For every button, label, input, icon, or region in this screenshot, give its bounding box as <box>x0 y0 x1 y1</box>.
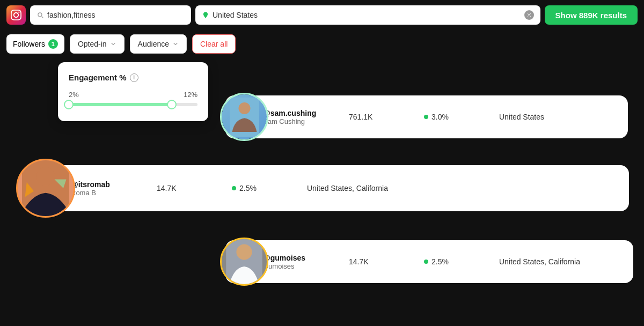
slider-thumb-right[interactable] <box>167 100 177 109</box>
handle-roma: @itsromab <box>71 180 157 189</box>
show-results-button[interactable]: Show 889K results <box>545 5 638 25</box>
top-bar: United States Show 889K results <box>0 0 644 30</box>
svg-point-4 <box>36 167 55 186</box>
engagement-dot-gumoises <box>424 260 428 264</box>
person-silhouette-roma <box>18 159 74 218</box>
location-clear-button[interactable] <box>524 10 534 20</box>
slider-thumb-left[interactable] <box>64 100 74 109</box>
search-box[interactable] <box>30 5 191 25</box>
info-icon[interactable]: i <box>130 73 138 82</box>
location-text: United States <box>213 11 521 19</box>
search-input[interactable] <box>47 11 185 19</box>
close-icon <box>526 12 532 18</box>
influencer-card-sam[interactable]: @sam.cushing Sam Cushing 761.1K 3.0% Uni… <box>225 95 628 138</box>
engagement-dot-roma <box>232 186 236 190</box>
location-box: United States <box>195 5 540 25</box>
name-gumoises: Gumoises <box>263 262 349 270</box>
svg-point-2 <box>238 102 250 114</box>
person-silhouette-gumoises <box>222 238 267 286</box>
clear-all-button[interactable]: Clear all <box>192 34 236 54</box>
engagement-title: Engagement % i <box>69 73 197 82</box>
avatar-roma <box>16 159 75 218</box>
followers-sam: 761.1K <box>349 113 424 121</box>
avatar-sam <box>220 93 268 141</box>
influencer-card-roma[interactable]: @itsromab Roma B 14.7K 2.5% United State… <box>28 165 629 211</box>
range-labels: 2% 12% <box>69 91 197 99</box>
influencer-card-gumoises[interactable]: @gumoises Gumoises 14.7K 2.5% United Sta… <box>225 240 633 283</box>
chevron-down-icon <box>110 41 116 47</box>
avatar-gumoises <box>220 238 268 286</box>
location-icon <box>202 11 209 19</box>
filter-bar: Followers 1 Engagement % i 2% 12% Opted-… <box>0 30 644 58</box>
followers-filter-button[interactable]: Followers 1 <box>6 34 64 54</box>
engagement-panel: Engagement % i 2% 12% <box>58 62 208 121</box>
search-icon <box>36 11 44 19</box>
slider-fill <box>69 103 172 106</box>
engagement-slider[interactable] <box>69 103 197 106</box>
audience-dropdown[interactable]: Audience <box>130 34 187 54</box>
engagement-roma: 2.5% <box>232 184 307 192</box>
card-info-gumoises: @gumoises Gumoises <box>263 254 349 270</box>
handle-gumoises: @gumoises <box>263 254 349 262</box>
followers-label: Followers <box>13 40 45 48</box>
location-sam: United States <box>499 113 615 121</box>
name-sam: Sam Cushing <box>263 117 349 125</box>
name-roma: Roma B <box>71 189 157 197</box>
instagram-button[interactable] <box>6 5 26 25</box>
card-info-roma: @itsromab Roma B <box>71 180 157 197</box>
chevron-down-icon-2 <box>172 41 179 47</box>
followers-badge: 1 <box>48 39 58 49</box>
location-gumoises: United States, California <box>499 257 620 266</box>
followers-gumoises: 14.7K <box>349 257 424 266</box>
card-info-sam: @sam.cushing Sam Cushing <box>263 109 349 125</box>
person-silhouette-sam <box>230 97 259 137</box>
cards-area: @sam.cushing Sam Cushing 761.1K 3.0% Uni… <box>0 90 644 305</box>
handle-sam: @sam.cushing <box>263 109 349 117</box>
location-roma: United States, California <box>307 184 616 192</box>
engagement-dot-sam <box>424 115 428 119</box>
engagement-sam: 3.0% <box>424 113 499 121</box>
optedin-dropdown[interactable]: Opted-in <box>70 34 125 54</box>
engagement-gumoises: 2.5% <box>424 257 499 266</box>
followers-roma: 14.7K <box>157 184 232 192</box>
svg-point-6 <box>236 244 252 260</box>
